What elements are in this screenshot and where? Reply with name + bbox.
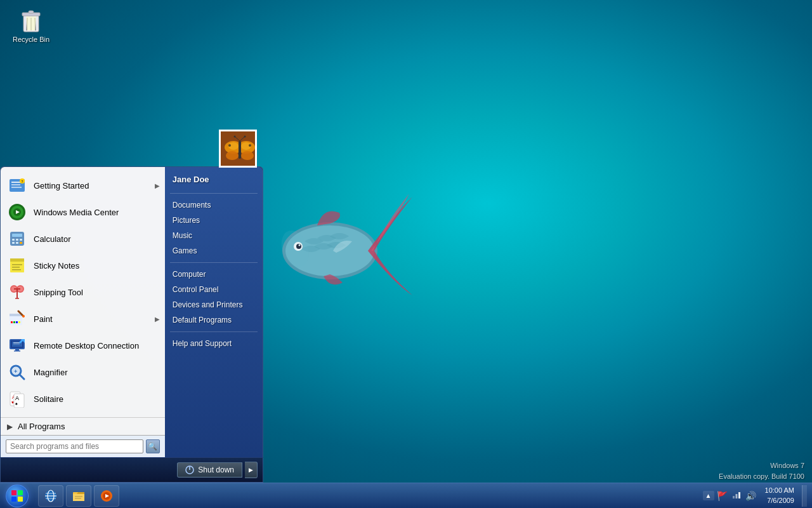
calculator-icon: [7, 229, 27, 249]
wmc-icon: [7, 202, 27, 222]
all-programs-arrow-icon: ▶: [7, 422, 13, 431]
solitaire-label: Solitaire: [34, 394, 63, 404]
windows-version-line1: Windows 7: [719, 460, 804, 471]
menu-item-getting-started[interactable]: ? Getting Started ▶: [1, 172, 165, 199]
svg-rect-48: [12, 269, 21, 271]
right-item-computer[interactable]: Computer: [165, 267, 263, 282]
svg-rect-84: [18, 490, 23, 495]
taskbar-ie[interactable]: [38, 485, 63, 507]
search-input[interactable]: [6, 439, 143, 453]
right-item-documents[interactable]: Documents: [165, 197, 263, 213]
windows-logo-icon: [10, 489, 24, 503]
menu-item-paint[interactable]: Paint ▶: [1, 305, 165, 332]
right-item-control-panel[interactable]: Control Panel: [165, 282, 263, 297]
svg-rect-21: [239, 141, 241, 159]
sticky-notes-label: Sticky Notes: [34, 261, 79, 271]
svg-rect-43: [20, 242, 22, 244]
snipping-tool-label: Snipping Tool: [34, 288, 83, 297]
svg-rect-61: [18, 321, 20, 323]
flag-tray-icon[interactable]: 🚩: [716, 490, 729, 502]
svg-rect-101: [738, 492, 740, 498]
svg-rect-37: [12, 234, 22, 237]
svg-rect-86: [18, 497, 23, 502]
fish-decoration: [241, 178, 419, 324]
show-hidden-icons-button[interactable]: ▲: [703, 491, 714, 500]
svg-rect-70: [14, 351, 20, 352]
menu-item-snipping-tool[interactable]: Snipping Tool: [1, 279, 165, 305]
desktop: Recycle Bin Windows 7 Evaluation copy. B…: [0, 0, 812, 508]
svg-point-63: [22, 315, 25, 318]
start-button[interactable]: [0, 483, 34, 509]
svg-rect-40: [20, 239, 22, 241]
shutdown-button[interactable]: Shut down: [177, 462, 242, 478]
shutdown-options-button[interactable]: ▶: [245, 462, 258, 478]
volume-tray-icon[interactable]: 🔊: [744, 490, 757, 502]
paint-label: Paint: [34, 314, 53, 324]
recycle-bin-image: [18, 6, 44, 34]
svg-line-73: [20, 375, 24, 379]
right-panel: Jane Doe Documents Pictures Music Games …: [165, 167, 263, 457]
right-panel-divider: [170, 193, 258, 194]
recycle-bin-icon[interactable]: Recycle Bin: [9, 6, 53, 43]
search-box: 🔍: [1, 435, 165, 457]
taskbar-media-player[interactable]: [94, 485, 119, 507]
svg-rect-93: [73, 494, 84, 501]
remote-desktop-label: Remote Desktop Connection: [34, 341, 139, 351]
snipping-tool-icon: [7, 282, 27, 302]
svg-rect-85: [11, 497, 16, 502]
svg-point-15: [226, 151, 239, 160]
getting-started-label: Getting Started: [34, 181, 89, 190]
right-item-devices[interactable]: Devices and Printers: [165, 297, 263, 312]
shutdown-label: Shut down: [198, 465, 234, 474]
right-item-games[interactable]: Games: [165, 243, 263, 258]
search-button[interactable]: 🔍: [146, 439, 160, 453]
network-tray-icon[interactable]: [730, 488, 743, 503]
shutdown-icon: [185, 465, 194, 474]
taskbar-clock[interactable]: 10:00 AM 7/6/2009: [761, 486, 798, 505]
right-item-music[interactable]: Music: [165, 228, 263, 243]
menu-item-windows-media-center[interactable]: Windows Media Center: [1, 199, 165, 225]
all-programs-label: All Programs: [18, 422, 65, 431]
ie-icon: [44, 489, 58, 503]
menu-bottom-bar: Shut down ▶: [0, 457, 263, 483]
menu-item-sticky-notes[interactable]: Sticky Notes: [1, 252, 165, 279]
menu-item-calculator[interactable]: Calculator: [1, 225, 165, 252]
svg-rect-68: [13, 344, 20, 344]
user-picture[interactable]: [219, 130, 257, 168]
svg-point-19: [228, 144, 231, 147]
user-picture-row: [0, 130, 263, 168]
magnifier-icon: +: [7, 362, 27, 382]
remote-desktop-icon: [7, 335, 27, 356]
svg-rect-59: [13, 321, 15, 323]
svg-rect-95: [75, 498, 81, 499]
svg-rect-94: [75, 496, 82, 497]
menu-item-remote-desktop[interactable]: Remote Desktop Connection: [1, 332, 165, 359]
svg-rect-28: [11, 184, 20, 185]
user-name[interactable]: Jane Doe: [165, 172, 263, 189]
menu-item-solitaire[interactable]: A ♥ A ♠ Solitaire: [1, 385, 165, 412]
right-item-default-programs[interactable]: Default Programs: [165, 312, 263, 328]
svg-rect-29: [11, 187, 22, 188]
paint-arrow: ▶: [155, 316, 160, 323]
left-panel: ? Getting Started ▶: [1, 167, 165, 457]
wmc-label: Windows Media Center: [34, 208, 119, 217]
svg-rect-11: [29, 11, 34, 13]
right-item-help[interactable]: Help and Support: [165, 336, 263, 351]
getting-started-arrow: ▶: [155, 182, 160, 189]
taskbar-file-explorer[interactable]: [66, 485, 91, 507]
media-player-icon: [100, 489, 114, 503]
all-programs-row[interactable]: ▶ All Programs: [1, 418, 165, 435]
svg-rect-39: [16, 239, 18, 241]
clock-time: 10:00 AM: [765, 486, 794, 495]
windows-version: Windows 7 Evaluation copy. Build 7100: [719, 460, 804, 481]
getting-started-icon: ?: [7, 175, 27, 196]
svg-rect-69: [15, 349, 19, 351]
right-panel-divider3: [170, 331, 258, 332]
svg-text:+: +: [14, 368, 17, 375]
right-panel-divider2: [170, 262, 258, 263]
svg-text:♠: ♠: [15, 401, 18, 406]
menu-item-magnifier[interactable]: + Magnifier: [1, 359, 165, 385]
show-desktop-button[interactable]: [802, 485, 807, 507]
magnifier-label: Magnifier: [34, 368, 67, 377]
right-item-pictures[interactable]: Pictures: [165, 213, 263, 228]
